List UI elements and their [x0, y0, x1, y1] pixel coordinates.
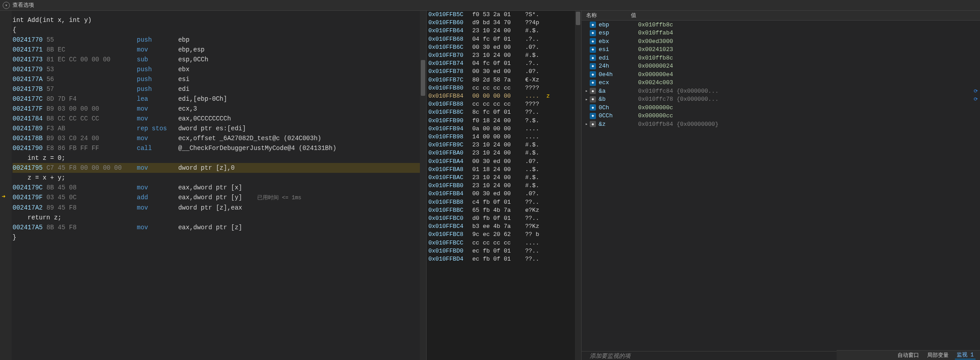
memory-ascii: .0?. — [525, 43, 539, 51]
memory-row[interactable]: 0x010FFBC4b3 ee 4b 7a??Kz — [428, 223, 579, 231]
memory-row[interactable]: 0x010FFB940a 00 00 00.... — [428, 125, 579, 133]
memory-row[interactable]: 0x010FFBC0d0 fb 0f 01??.. — [428, 214, 579, 223]
disassembly-content[interactable]: int Add(int x, int y){00241770 55 push e… — [0, 11, 426, 242]
memory-annotation: z — [546, 92, 550, 100]
disasm-line[interactable]: 00241790 E8 86 FB FF FF call @__CheckFor… — [13, 143, 426, 153]
memory-bytes: 23 10 24 00 — [472, 51, 522, 60]
watch-row[interactable]: ◆ebx0x00ed3000 — [582, 37, 980, 46]
disasm-line[interactable]: } — [13, 232, 426, 242]
scrollbar-thumb[interactable] — [421, 60, 425, 96]
memory-row[interactable]: 0x010FFB80cc cc cc cc???? — [428, 84, 579, 92]
memory-row[interactable]: 0x010FFBB023 10 24 00#.$. — [428, 182, 579, 190]
memory-row[interactable]: 0x010FFBCCcc cc cc cc.... — [428, 239, 579, 247]
refresh-icon[interactable]: ⟳ — [974, 96, 980, 102]
memory-row[interactable]: 0x010FFBD4ec fb 0f 01??.. — [428, 255, 579, 263]
watch-row[interactable]: ◆ecx0x0024c003 — [582, 79, 980, 87]
memory-bytes: 80 2d 58 7a — [472, 76, 522, 84]
refresh-icon[interactable]: ⟳ — [974, 88, 980, 94]
memory-row[interactable]: 0x010FFB60d9 bd 34 70??4p — [428, 19, 579, 27]
memory-row[interactable]: 0x010FFB7023 10 24 00#.$. — [428, 51, 579, 60]
disasm-line[interactable]: int z = 0; — [13, 153, 426, 163]
disasm-line[interactable]: { — [13, 25, 426, 35]
disasm-line[interactable]: 0024177B 57 push edi — [13, 84, 426, 94]
memory-row[interactable]: 0x010FFB6804 fc 0f 01.?.. — [428, 35, 579, 43]
memory-bytes: ec fb 0f 01 — [472, 255, 522, 263]
memory-row[interactable]: 0x010FFB88cc cc cc cc???? — [428, 100, 579, 108]
watch-name: edi — [599, 55, 638, 61]
disasm-line[interactable]: z = x + y; — [13, 173, 426, 183]
disasm-line[interactable]: 00241771 8B EC mov ebp,esp — [13, 45, 426, 55]
memory-row[interactable]: 0x010FFBA023 10 24 00#.$. — [428, 149, 579, 157]
variable-icon: ◆ — [590, 47, 596, 53]
watch-name: 0Ch — [599, 104, 638, 111]
memory-row[interactable]: 0x010FFB6C00 30 ed 00.0?. — [428, 43, 579, 51]
disasm-line[interactable]: 0024179F 03 45 0C add eax,dword ptr [y] … — [13, 193, 426, 203]
memory-row[interactable]: 0x010FFBD0ec fb 0f 01??.. — [428, 247, 579, 255]
view-options-bar[interactable]: ▾ 查看选项 — [0, 0, 980, 11]
scrollbar[interactable] — [420, 11, 426, 360]
memory-row[interactable]: 0x010FFB7404 fc 0f 01.?.. — [428, 60, 579, 68]
memory-ascii: .?.. — [525, 35, 539, 43]
watch-row[interactable]: ◆ebp0x010ffb8c — [582, 21, 980, 29]
watch-row[interactable]: ▸◆&b0x010ffc78 {0x000000...⟳ — [582, 95, 980, 104]
watch-row[interactable]: ◆0CCh0x000000cc — [582, 112, 980, 120]
disasm-line[interactable]: 002417A2 89 45 F8 mov dword ptr [z],eax — [13, 203, 426, 213]
disasm-line[interactable]: 0024179C 8B 45 08 mov eax,dword ptr [x] — [13, 183, 426, 193]
disasm-line[interactable]: return z; — [13, 213, 426, 223]
watch-row[interactable]: ▸◆&z0x010ffb84 {0x00000000} — [582, 120, 980, 129]
memory-bytes: d0 fb 0f 01 — [472, 214, 522, 223]
watch-row[interactable]: ◆0Ch0x0000000c — [582, 103, 980, 112]
memory-row[interactable]: 0x010FFBA400 30 ed 00.0?. — [428, 158, 579, 166]
watch-name: ecx — [599, 79, 638, 86]
memory-row[interactable]: 0x010FFBAC23 10 24 00#.$. — [428, 174, 579, 182]
watch-value: 0x0024c003 — [638, 79, 980, 86]
chevron-down-icon[interactable]: ▾ — [3, 2, 10, 9]
watch-row[interactable]: ◆esp0x010ffab4 — [582, 29, 980, 38]
disasm-line[interactable]: 00241770 55 push ebp — [13, 35, 426, 45]
memory-row[interactable]: 0x010FFB5Cf0 53 2a 01?S*. — [428, 11, 579, 19]
disasm-line[interactable]: int Add(int x, int y) — [13, 15, 426, 25]
disasm-line[interactable]: 0024177F B9 03 00 00 00 mov ecx,3 — [13, 104, 426, 114]
variable-icon: ◆ — [590, 63, 596, 69]
expand-toggle-icon[interactable]: ▸ — [583, 88, 590, 94]
memory-ascii: ??Kz — [525, 223, 539, 231]
disasm-line[interactable]: 002417A5 8B 45 F8 mov eax,dword ptr [z] — [13, 223, 426, 232]
watch-row[interactable]: ◆esi0x00241023 — [582, 46, 980, 54]
status-tab[interactable]: 局部变量 — [925, 351, 950, 359]
memory-row[interactable]: 0x010FFB9814 00 00 00.... — [428, 133, 579, 141]
expand-toggle-icon[interactable]: ▸ — [583, 97, 590, 102]
disasm-line[interactable]: 00241795 C7 45 F8 00 00 00 00 mov dword … — [13, 163, 426, 173]
scrollbar[interactable] — [575, 11, 581, 360]
memory-row[interactable]: 0x010FFB90f0 18 24 00?.$. — [428, 117, 579, 125]
memory-row[interactable]: 0x010FFB7C80 2d 58 7a€-Xz — [428, 76, 579, 84]
memory-addr: 0x010FFBBC — [428, 206, 469, 214]
disasm-line[interactable]: 0024177A 56 push esi — [13, 74, 426, 84]
watch-row[interactable]: ◆0e4h0x000000e4 — [582, 70, 980, 79]
disasm-line[interactable]: 00241789 F3 AB rep stos dword ptr es:[ed… — [13, 124, 426, 133]
memory-content[interactable]: 0x010FFB5Cf0 53 2a 01?S*.0x010FFB60d9 bd… — [427, 11, 581, 263]
disasm-line[interactable]: 0024178B B9 03 C0 24 00 mov ecx,offset _… — [13, 133, 426, 143]
memory-row[interactable]: 0x010FFB8400 00 00 00....z — [428, 92, 579, 100]
variable-icon: ◆ — [590, 80, 596, 86]
memory-row[interactable]: 0x010FFBB8c4 fb 0f 01??.. — [428, 198, 579, 206]
watch-row[interactable]: ◆24h0x00000024 — [582, 62, 980, 71]
memory-row[interactable]: 0x010FFB8C8c fc 0f 01??.. — [428, 108, 579, 116]
disasm-line[interactable]: 0024177C 8D 7D F4 lea edi,[ebp-0Ch] — [13, 94, 426, 104]
memory-row[interactable]: 0x010FFBB400 30 ed 00.0?. — [428, 190, 579, 198]
expand-toggle-icon[interactable]: ▸ — [583, 121, 590, 127]
watch-body[interactable]: ◆ebp0x010ffb8c◆esp0x010ffab4◆ebx0x00ed30… — [582, 21, 980, 351]
disasm-line[interactable]: 00241779 53 push ebx — [13, 64, 426, 74]
watch-row[interactable]: ▸◆&a0x010ffc84 {0x000000...⟳ — [582, 87, 980, 95]
memory-row[interactable]: 0x010FFBBC65 fb 4b 7ae?Kz — [428, 206, 579, 214]
disasm-line[interactable]: 00241773 81 EC CC 00 00 00 sub esp,0CCh — [13, 55, 426, 64]
watch-row[interactable]: ◆edi0x010ffb8c — [582, 54, 980, 62]
status-tab[interactable]: 自动窗口 — [896, 351, 921, 359]
memory-row[interactable]: 0x010FFB7800 30 ed 00.0?. — [428, 68, 579, 76]
memory-row[interactable]: 0x010FFB9C23 10 24 00#.$. — [428, 141, 579, 149]
status-tab[interactable]: 监视 1 — [955, 351, 976, 360]
disasm-line[interactable]: 00241784 B8 CC CC CC CC mov eax,0CCCCCCC… — [13, 114, 426, 124]
scrollbar-thumb[interactable] — [576, 12, 580, 25]
memory-row[interactable]: 0x010FFB6423 10 24 00#.$. — [428, 27, 579, 35]
memory-row[interactable]: 0x010FFBA801 18 24 00..$. — [428, 166, 579, 174]
memory-row[interactable]: 0x010FFBC89c ec 20 62?? b — [428, 231, 579, 239]
